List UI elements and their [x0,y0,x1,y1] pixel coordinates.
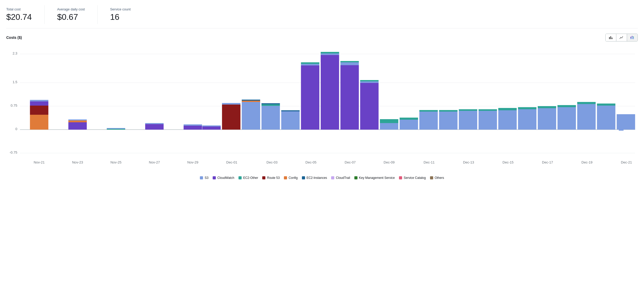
svg-rect-6 [632,36,633,37]
svg-rect-75 [557,105,576,107]
svg-rect-3 [630,38,631,39]
svg-rect-44 [301,65,319,130]
bar-dec-07b [360,80,379,130]
bar-nov-21 [30,100,49,130]
svg-rect-38 [242,100,260,101]
avg-daily-value: $0.67 [57,12,85,22]
svg-rect-66 [479,111,497,130]
svg-rect-73 [538,106,556,108]
bar-dec-01a [222,103,241,130]
svg-rect-2 [612,38,612,39]
svg-text:Nov-25: Nov-25 [110,160,121,164]
line-chart-button[interactable] [616,34,627,41]
bar-dec-09b [399,118,418,130]
svg-rect-35 [222,103,241,105]
legend-swatch [262,176,265,179]
bar-dec-19b [597,104,616,130]
svg-rect-43 [281,110,300,111]
svg-rect-24 [68,120,87,122]
bar-nov-29 [184,124,202,130]
svg-rect-20 [30,106,49,115]
total-cost-value: $20.74 [6,12,32,22]
svg-rect-51 [341,62,359,65]
chart-header: Costs ($) [6,34,638,41]
svg-text:Dec-13: Dec-13 [463,160,474,164]
bar-dec-11 [419,110,438,130]
legend-swatch [430,176,433,179]
svg-rect-40 [261,104,280,106]
svg-text:Nov-21: Nov-21 [34,160,45,164]
bar-dec-17 [538,106,556,130]
bar-dec-21 [617,114,635,130]
svg-rect-42 [281,111,300,130]
service-count-card: Service count 16 [110,5,143,24]
svg-text:Dec-17: Dec-17 [542,160,553,164]
svg-rect-26 [107,129,125,130]
bar-dec-07a [341,61,359,130]
svg-rect-36 [242,102,260,130]
svg-text:Dec-15: Dec-15 [503,160,514,164]
svg-rect-1 [610,36,611,39]
legend-item-cloudtrail: CloudTrail [331,176,350,180]
svg-rect-5 [632,37,633,39]
svg-rect-76 [577,104,596,130]
legend-swatch [284,176,287,179]
svg-rect-69 [498,108,517,110]
legend-label: Service Catalog [404,176,426,180]
svg-rect-71 [518,107,536,109]
svg-text:0: 0 [15,127,17,131]
dashboard: Total cost $20.74 Average daily cost $0.… [0,0,644,185]
bar-chart-button[interactable] [606,34,616,41]
svg-rect-0 [609,37,610,39]
bar-dec-19 [577,102,596,130]
svg-rect-72 [538,108,556,130]
svg-text:Nov-27: Nov-27 [149,160,160,164]
bar-dec-11b [439,110,458,130]
bar-dec-21b [619,130,623,131]
stacked-bar-chart-button[interactable] [627,34,637,41]
svg-rect-25 [68,119,87,120]
bar-dec-05b [321,52,339,130]
legend-label: Key Management Service [359,176,395,180]
svg-text:1.5: 1.5 [13,80,17,84]
svg-rect-60 [419,112,438,130]
svg-text:Nov-29: Nov-29 [187,160,198,164]
svg-rect-31 [184,124,202,126]
svg-text:Dec-07: Dec-07 [345,160,356,164]
bar-dec-05a [301,62,319,130]
bar-dec-03b [281,110,300,130]
legend-item-others: Others [430,176,444,180]
svg-text:2.3: 2.3 [13,51,17,55]
svg-rect-49 [321,52,339,53]
legend-swatch [200,176,203,179]
legend-item-cloudwatch: CloudWatch [213,176,234,180]
svg-rect-32 [202,126,221,130]
svg-text:Dec-11: Dec-11 [424,160,434,164]
bar-dec-15b [518,107,536,130]
svg-rect-52 [341,61,359,62]
svg-rect-19 [30,115,49,130]
legend-label: CloudWatch [217,176,234,180]
svg-rect-77 [577,102,596,104]
svg-text:0.75: 0.75 [11,104,17,107]
bar-dec-01b [242,100,260,130]
legend-label: CloudTrail [336,176,350,180]
legend-item-route-53: Route 53 [262,176,280,180]
bar-dec-13b [479,109,497,130]
legend-item-s3: S3 [200,176,208,180]
svg-rect-46 [301,62,319,64]
chart-controls [605,34,638,41]
svg-rect-80 [617,114,635,130]
svg-rect-22 [30,100,49,101]
svg-rect-53 [360,83,379,130]
svg-rect-30 [184,126,202,130]
legend-label: S3 [205,176,208,180]
svg-rect-45 [301,64,319,65]
chart-container: 2.3 1.5 0.75 0 -0.75 [6,44,638,169]
svg-rect-7 [633,37,634,39]
legend-label: EC2-Other [243,176,258,180]
svg-rect-64 [459,111,477,130]
legend-swatch [302,176,305,179]
chart-svg: 2.3 1.5 0.75 0 -0.75 [6,44,638,169]
svg-rect-33 [202,125,221,126]
